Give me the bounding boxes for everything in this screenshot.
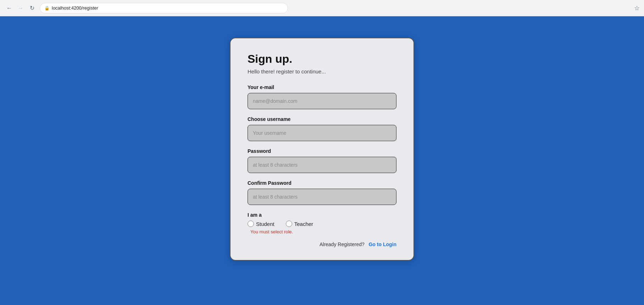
role-label: I am a — [248, 212, 396, 218]
password-label: Password — [248, 148, 396, 154]
username-label: Choose username — [248, 116, 396, 122]
username-field-group: Choose username — [248, 116, 396, 141]
student-radio[interactable] — [248, 221, 254, 227]
address-bar[interactable]: 🔒 localhost:4200/register — [40, 3, 288, 13]
page-subtitle: Hello there! register to continue... — [248, 68, 396, 74]
confirm-password-field-group: Confirm Password — [248, 180, 396, 205]
username-input[interactable] — [248, 125, 396, 141]
url-text: localhost:4200/register — [52, 5, 98, 11]
browser-nav: ← → ↻ — [4, 3, 37, 13]
email-field-group: Your e-mail — [248, 84, 396, 109]
confirm-password-input[interactable] — [248, 189, 396, 205]
email-input[interactable] — [248, 93, 396, 109]
forward-button[interactable]: → — [16, 3, 26, 13]
role-error-message: You must select role. — [250, 229, 396, 234]
lock-icon: 🔒 — [44, 6, 50, 11]
go-to-login-link[interactable]: Go to Login — [368, 242, 396, 247]
reload-button[interactable]: ↻ — [27, 3, 37, 13]
password-field-group: Password — [248, 148, 396, 173]
password-input[interactable] — [248, 157, 396, 173]
confirm-password-label: Confirm Password — [248, 180, 396, 186]
role-options: Student Teacher — [248, 221, 396, 227]
student-option[interactable]: Student — [248, 221, 274, 227]
teacher-radio[interactable] — [286, 221, 292, 227]
teacher-option[interactable]: Teacher — [286, 221, 313, 227]
register-card: Sign up. Hello there! register to contin… — [230, 38, 414, 261]
page-title: Sign up. — [248, 52, 396, 66]
bookmark-button[interactable]: ☆ — [634, 4, 640, 12]
browser-chrome: ← → ↻ 🔒 localhost:4200/register ☆ — [0, 0, 644, 16]
already-registered-text: Already Registered? — [320, 242, 365, 247]
role-field-group: I am a Student Teacher You must select r… — [248, 212, 396, 234]
teacher-label: Teacher — [294, 221, 313, 227]
footer-section: Already Registered? Go to Login — [248, 242, 396, 247]
back-button[interactable]: ← — [4, 3, 14, 13]
email-label: Your e-mail — [248, 84, 396, 90]
student-label: Student — [256, 221, 274, 227]
main-content: Sign up. Hello there! register to contin… — [0, 16, 644, 305]
